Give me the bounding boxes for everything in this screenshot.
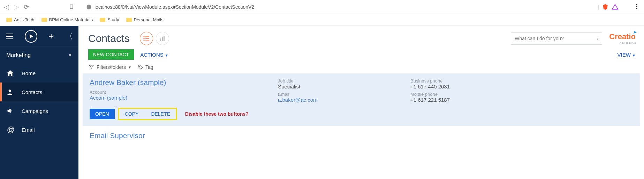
contact-name-link[interactable]: Email Supervisor: [90, 131, 633, 140]
svg-rect-14: [164, 36, 165, 41]
svg-point-10: [144, 40, 144, 41]
new-contact-button[interactable]: NEW CONTACT: [88, 49, 134, 60]
back-icon[interactable]: ◁: [4, 3, 9, 11]
url-text: localhost:88/0/Nui/ViewModule.aspx#Secti…: [94, 4, 254, 10]
page-title: Contacts: [88, 33, 129, 44]
open-button[interactable]: OPEN: [90, 109, 115, 119]
folder-icon: [6, 18, 12, 22]
mphone-label: Mobile phone: [410, 92, 543, 97]
svg-rect-13: [162, 37, 163, 41]
analytics-view-toggle[interactable]: [156, 32, 169, 45]
folder-icon: [100, 18, 105, 22]
bphone-value: +1 617 440 2031: [410, 84, 543, 90]
filters-folders-toggle[interactable]: Filters/folders ▼: [88, 64, 131, 70]
sidebar: + 〈 Marketing ▼ Home Contacts Campaigns: [0, 26, 78, 179]
play-icon: [30, 34, 33, 38]
megaphone-icon: [6, 107, 15, 114]
chevron-down-icon: ▼: [68, 53, 72, 58]
search-input[interactable]: [515, 36, 597, 41]
filters-label: Filters/folders: [97, 64, 126, 70]
collapse-icon[interactable]: 〈: [65, 31, 73, 42]
at-icon: @: [6, 125, 15, 134]
site-info-icon[interactable]: !: [86, 4, 92, 10]
delete-button[interactable]: DELETE: [147, 109, 173, 119]
browser-toolbar: ◁ ▷ ⟳ ! localhost:88/0/Nui/ViewModule.as…: [0, 0, 644, 14]
view-dropdown[interactable]: VIEW ▼: [618, 52, 636, 58]
play-button[interactable]: [25, 30, 37, 43]
brand-arrow-icon: ➤: [633, 30, 637, 35]
list-view-toggle[interactable]: [140, 32, 153, 45]
contact-row[interactable]: Andrew Baker (sample) Account Accom (sam…: [83, 73, 640, 126]
tag-filter[interactable]: Tag: [138, 64, 153, 70]
brave-shield-icon[interactable]: [602, 3, 609, 10]
sidebar-item-label: Home: [22, 70, 36, 76]
chevron-down-icon: ▼: [165, 53, 168, 57]
url-bar[interactable]: ! localhost:88/0/Nui/ViewModule.aspx#Sec…: [83, 4, 593, 10]
workspace-label: Marketing: [6, 52, 31, 58]
global-search[interactable]: ›: [511, 32, 602, 45]
version-label: 7.18.0.1353: [609, 41, 636, 45]
sidebar-item-email[interactable]: @ Email: [0, 120, 78, 139]
sidebar-item-campaigns[interactable]: Campaigns: [0, 101, 78, 120]
home-icon: [6, 69, 15, 77]
svg-text:!: !: [89, 5, 90, 9]
svg-point-5: [9, 90, 11, 92]
bookmarks-bar: AgilizTech BPM Online Materials Study Pe…: [0, 14, 644, 26]
sidebar-item-label: Campaigns: [22, 108, 48, 114]
annotation-text: Disable these two buttons?: [185, 111, 249, 117]
bookmark-folder[interactable]: AgilizTech: [6, 17, 35, 22]
jobtitle-label: Job title: [278, 78, 410, 84]
search-go-icon[interactable]: ›: [597, 35, 598, 42]
actions-dropdown[interactable]: ACTIONS ▼: [140, 52, 168, 58]
hamburger-icon[interactable]: [6, 33, 13, 40]
bookmark-folder[interactable]: Personal Mails: [126, 17, 164, 22]
browser-menu-icon[interactable]: ⠇: [635, 3, 640, 11]
reload-icon[interactable]: ⟳: [24, 3, 29, 11]
plus-icon[interactable]: +: [48, 31, 54, 42]
person-icon: [6, 88, 15, 95]
email-link[interactable]: a.baker@ac.com: [278, 97, 410, 103]
bookmark-folder[interactable]: Study: [100, 17, 119, 22]
highlighted-button-group: COPY DELETE: [118, 108, 177, 120]
svg-rect-12: [160, 38, 161, 41]
jobtitle-value: Specialist: [278, 84, 410, 90]
contact-row[interactable]: Email Supervisor: [83, 128, 640, 143]
chevron-down-icon: ▼: [128, 65, 131, 69]
sidebar-item-label: Contacts: [22, 89, 42, 95]
svg-point-15: [139, 66, 140, 66]
folder-icon: [126, 18, 132, 22]
copy-button[interactable]: COPY: [121, 109, 142, 119]
mphone-value: +1 617 221 5187: [410, 97, 543, 103]
sidebar-item-contacts[interactable]: Contacts: [0, 83, 78, 101]
bookmark-folder[interactable]: BPM Online Materials: [41, 17, 93, 22]
account-link[interactable]: Accom (sample): [90, 95, 278, 101]
bookmark-icon[interactable]: [69, 4, 74, 10]
folder-icon: [41, 18, 47, 22]
sidebar-item-home[interactable]: Home: [0, 64, 78, 83]
main-content: Contacts › Creatio➤ 7.18.0.1353 NEW CONT…: [78, 26, 644, 179]
email-label: Email: [278, 92, 410, 97]
chevron-down-icon: ▼: [632, 53, 636, 57]
contact-name-link[interactable]: Andrew Baker (sample): [90, 78, 278, 87]
tag-label: Tag: [145, 64, 153, 70]
forward-icon[interactable]: ▷: [14, 3, 19, 11]
workspace-selector[interactable]: Marketing ▼: [0, 47, 78, 64]
sidebar-item-label: Email: [22, 127, 35, 133]
brand-logo: Creatio➤ 7.18.0.1353: [609, 32, 636, 45]
bat-icon[interactable]: [612, 3, 619, 10]
bphone-label: Business phone: [410, 78, 543, 84]
svg-point-6: [144, 36, 144, 37]
svg-point-8: [144, 38, 144, 39]
account-label: Account: [90, 90, 278, 95]
